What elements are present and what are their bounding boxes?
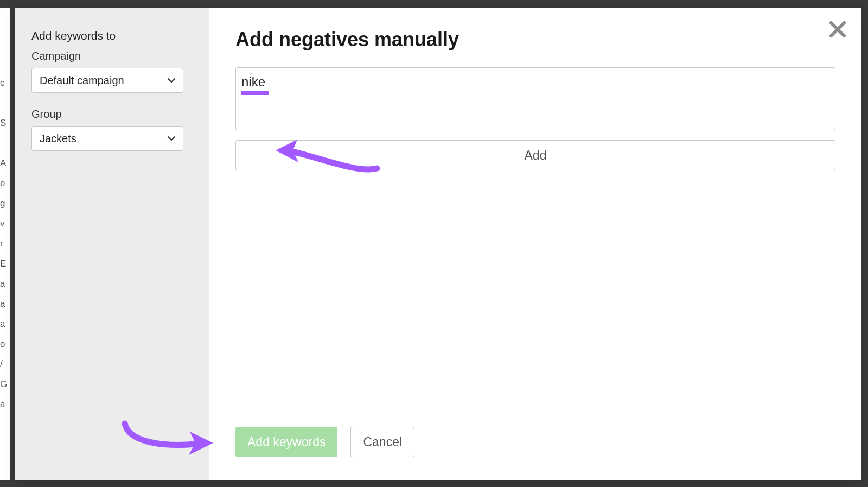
close-icon <box>828 31 847 41</box>
modal-main: Add negatives manually Add Add keywords … <box>209 8 861 480</box>
modal-sidebar: Add keywords to Campaign Default campaig… <box>15 8 209 480</box>
modal-footer: Add keywords Cancel <box>235 427 414 457</box>
group-select[interactable]: Jackets <box>31 126 183 151</box>
add-keywords-button[interactable]: Add keywords <box>235 427 337 457</box>
group-value: Jackets <box>40 132 76 145</box>
group-label: Group <box>31 108 193 121</box>
modal-title: Add negatives manually <box>235 28 835 51</box>
campaign-select[interactable]: Default campaign <box>31 68 183 93</box>
add-button[interactable]: Add <box>235 140 835 170</box>
highlight-annotation <box>241 91 269 95</box>
campaign-value: Default campaign <box>40 74 124 87</box>
background-page-edge: c S AegvrEaaao/Ga <box>0 8 10 480</box>
sidebar-heading: Add keywords to <box>31 29 193 42</box>
close-button[interactable] <box>828 20 847 39</box>
cancel-button[interactable]: Cancel <box>350 427 414 457</box>
campaign-label: Campaign <box>31 50 193 62</box>
add-negatives-modal: Add keywords to Campaign Default campaig… <box>15 8 861 480</box>
keywords-textarea[interactable] <box>235 67 835 130</box>
